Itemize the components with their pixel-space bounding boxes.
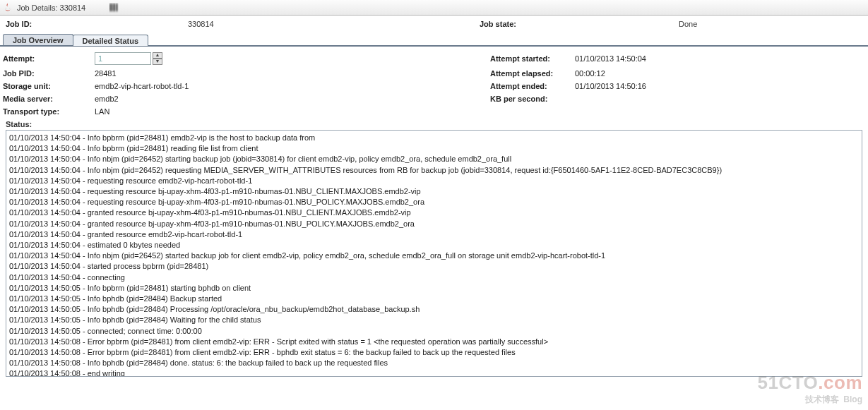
job-pid-value: 28481 bbox=[95, 69, 490, 78]
tab-job-overview[interactable]: Job Overview bbox=[3, 34, 73, 45]
status-textarea[interactable]: 01/10/2013 14:50:04 - Info bpbrm (pid=28… bbox=[6, 130, 862, 377]
svg-rect-1 bbox=[113, 4, 116, 11]
status-line: 01/10/2013 14:50:04 - Info bpbrm (pid=28… bbox=[9, 133, 859, 143]
storage-unit-label: Storage unit: bbox=[3, 82, 95, 90]
storage-unit-value: emdb2-vip-hcart-robot-tld-1 bbox=[95, 82, 490, 90]
status-line: 01/10/2013 14:50:04 - Info nbjm (pid=264… bbox=[9, 251, 859, 261]
attempt-label: Attempt: bbox=[3, 54, 95, 63]
details-grid: Attempt: ▲ ▼ Attempt started: 01/10/2013… bbox=[3, 52, 865, 116]
attempt-spinner[interactable] bbox=[95, 52, 151, 65]
status-line: 01/10/2013 14:50:04 - granted resource b… bbox=[9, 219, 859, 229]
window-title: Job Details: 330814 bbox=[17, 4, 85, 12]
status-line: 01/10/2013 14:50:05 - Info bphdb (pid=28… bbox=[9, 294, 859, 304]
status-line: 01/10/2013 14:50:05 - connected; connect… bbox=[9, 326, 859, 337]
media-server-label: Media server: bbox=[3, 95, 95, 103]
status-line: 01/10/2013 14:50:04 - requesting resourc… bbox=[9, 176, 859, 186]
tab-detailed-status[interactable]: Detailed Status bbox=[73, 35, 148, 46]
job-header: Job ID: 330814 Job state: Done bbox=[0, 16, 868, 32]
status-line: 01/10/2013 14:50:04 - Info bpbrm (pid=28… bbox=[9, 143, 859, 154]
attempt-ended-label: Attempt ended: bbox=[490, 82, 575, 90]
transport-type-label: Transport type: bbox=[3, 107, 95, 116]
watermark: 51CTO.com 技术博客 Blog bbox=[757, 372, 862, 406]
attempt-spinner-up[interactable]: ▲ bbox=[153, 52, 162, 59]
job-state-label: Job state: bbox=[480, 20, 679, 28]
status-line: 01/10/2013 14:50:05 - Info bphdb (pid=28… bbox=[9, 304, 859, 315]
status-line: 01/10/2013 14:50:05 - Info bpbrm (pid=28… bbox=[9, 283, 859, 294]
status-line: 01/10/2013 14:50:04 - Info nbjm (pid=264… bbox=[9, 154, 859, 164]
tabs: Job Overview Detailed Status bbox=[0, 32, 868, 47]
status-line: 01/10/2013 14:50:04 - granted resource b… bbox=[9, 207, 859, 218]
attempt-elapsed-value: 00:00:12 bbox=[575, 69, 744, 78]
window-titlebar: Job Details: 330814 bbox=[0, 0, 868, 16]
status-line: 01/10/2013 14:50:08 - Error bpbrm (pid=2… bbox=[9, 337, 859, 347]
media-server-value: emdb2 bbox=[95, 95, 490, 103]
job-pid-label: Job PID: bbox=[3, 69, 95, 78]
status-line: 01/10/2013 14:50:04 - started process bp… bbox=[9, 261, 859, 272]
status-line: 01/10/2013 14:50:04 - requesting resourc… bbox=[9, 197, 859, 207]
status-line: 01/10/2013 14:50:04 - Info nbjm (pid=264… bbox=[9, 165, 859, 176]
attempt-field: ▲ ▼ bbox=[95, 52, 490, 65]
job-id-label: Job ID: bbox=[6, 20, 188, 28]
svg-rect-2 bbox=[116, 4, 117, 11]
status-label: Status: bbox=[3, 116, 865, 130]
status-line: 01/10/2013 14:50:04 - estimated 0 kbytes… bbox=[9, 240, 859, 251]
attempt-elapsed-label: Attempt elapsed: bbox=[490, 69, 575, 78]
attempt-started-value: 01/10/2013 14:50:04 bbox=[575, 54, 744, 63]
attempt-started-label: Attempt started: bbox=[490, 54, 575, 63]
java-icon bbox=[3, 2, 13, 13]
svg-rect-0 bbox=[109, 4, 113, 11]
status-line: 01/10/2013 14:50:08 - Error bpbrm (pid=2… bbox=[9, 347, 859, 358]
attempt-spinner-down[interactable]: ▼ bbox=[153, 59, 162, 65]
attempt-ended-value: 01/10/2013 14:50:16 bbox=[575, 82, 744, 90]
status-line: 01/10/2013 14:50:08 - end writing bbox=[9, 368, 859, 377]
kb-per-sec-label: KB per second: bbox=[490, 95, 575, 103]
titlebar-obscured bbox=[109, 3, 119, 13]
svg-rect-3 bbox=[117, 4, 118, 11]
status-line: 01/10/2013 14:50:04 - connecting bbox=[9, 272, 859, 283]
job-state-value: Done bbox=[679, 20, 862, 28]
job-id-value: 330814 bbox=[188, 20, 480, 28]
status-line: 01/10/2013 14:50:04 - granted resource e… bbox=[9, 229, 859, 240]
status-line: 01/10/2013 14:50:08 - Info bphdb (pid=28… bbox=[9, 358, 859, 368]
transport-type-value: LAN bbox=[95, 107, 490, 116]
status-line: 01/10/2013 14:50:04 - requesting resourc… bbox=[9, 186, 859, 197]
status-line: 01/10/2013 14:50:05 - Info bphdb (pid=28… bbox=[9, 315, 859, 325]
